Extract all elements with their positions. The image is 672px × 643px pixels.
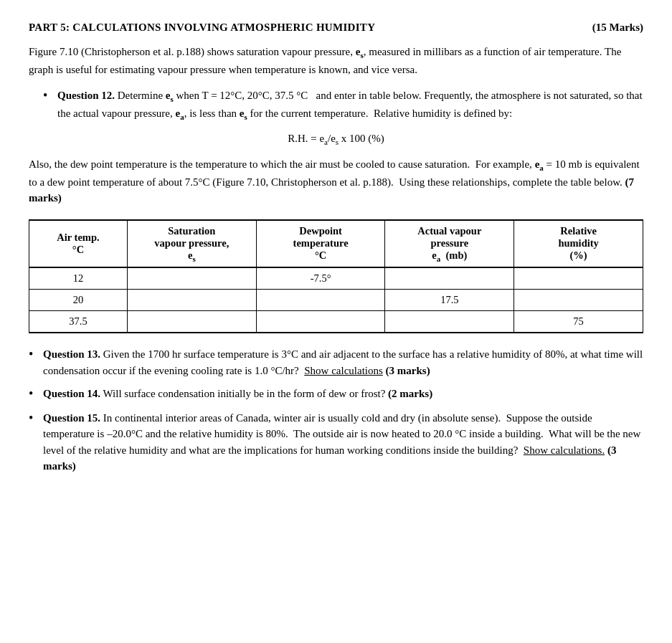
- cell-actual-vp-2: 17.5: [385, 290, 514, 311]
- table-row: 20 17.5: [29, 290, 643, 311]
- bullet-dot-q14: •: [29, 386, 43, 402]
- bullet-dot-q13: •: [29, 346, 43, 363]
- bullet-dot-q12: •: [43, 87, 57, 104]
- col-header-sat-vp: Saturationvapour pressure,es: [127, 220, 256, 268]
- question13-content: Question 13. Given the 1700 hr surface t…: [43, 346, 643, 378]
- part-title: Part 5: Calculations Involving Atmospher…: [29, 22, 375, 34]
- question15-content: Question 15. In continental interior are…: [43, 410, 643, 475]
- col-header-dewpoint: Dewpointtemperature°C: [256, 220, 385, 268]
- rh-formula: R.H. = ea/es x 100 (%): [29, 133, 643, 146]
- cell-rel-humidity-1: [514, 267, 643, 290]
- cell-sat-vp-2: [127, 290, 256, 311]
- q13-show-calc: Show calculations: [304, 365, 383, 376]
- question12-label: Question 12.: [57, 90, 115, 101]
- question15-label: Question 15.: [43, 412, 100, 424]
- bullet-dot-q15: •: [29, 410, 43, 427]
- cell-actual-vp-3: [385, 311, 514, 333]
- continuation-paragraph: Also, the dew point temperature is the t…: [29, 156, 643, 206]
- col-header-actual-vp: Actual vapourpressureea (mb): [385, 220, 514, 268]
- q14-marks: (2 marks): [388, 388, 432, 399]
- question12-bullet: • Question 12. Determine es when T = 12°…: [43, 87, 643, 123]
- col-header-rel-humidity: Relativehumidity(%): [514, 220, 643, 268]
- table-header-row: Air temp.°C Saturationvapour pressure,es…: [29, 220, 643, 268]
- cell-dewpoint-2: [256, 290, 385, 311]
- question12-section: • Question 12. Determine es when T = 12°…: [43, 87, 643, 123]
- questions-section: • Question 13. Given the 1700 hr surface…: [29, 346, 643, 474]
- cell-sat-vp-1: [127, 267, 256, 290]
- cell-rel-humidity-2: [514, 290, 643, 311]
- question12-content: Question 12. Determine es when T = 12°C,…: [57, 87, 643, 123]
- cell-dewpoint-3: [256, 311, 385, 333]
- intro-paragraph: Figure 7.10 (Christopherson et al. p.188…: [29, 44, 643, 77]
- question14-content: Question 14. Will surface condensation i…: [43, 386, 643, 402]
- cell-dewpoint-1: -7.5°: [256, 267, 385, 290]
- question13-label: Question 13.: [43, 348, 100, 360]
- cell-rel-humidity-3: 75: [514, 311, 643, 333]
- q15-show-calc: Show calculations.: [524, 444, 605, 456]
- data-table: Air temp.°C Saturationvapour pressure,es…: [29, 219, 643, 334]
- part-header: Part 5: Calculations Involving Atmospher…: [29, 22, 643, 34]
- cell-actual-vp-1: [385, 267, 514, 290]
- question13-bullet: • Question 13. Given the 1700 hr surface…: [29, 346, 643, 378]
- col-header-air-temp: Air temp.°C: [29, 220, 128, 268]
- question14-bullet: • Question 14. Will surface condensation…: [29, 386, 643, 402]
- table-row: 12 -7.5°: [29, 267, 643, 290]
- cell-air-temp-1: 12: [29, 267, 128, 290]
- question15-bullet: • Question 15. In continental interior a…: [29, 410, 643, 475]
- cell-air-temp-2: 20: [29, 290, 128, 311]
- cell-air-temp-3: 37.5: [29, 311, 128, 333]
- cell-sat-vp-3: [127, 311, 256, 333]
- marks-label: (15 Marks): [592, 22, 643, 34]
- question14-label: Question 14.: [43, 388, 100, 399]
- table-row: 37.5 75: [29, 311, 643, 333]
- q13-marks: (3 marks): [386, 365, 430, 376]
